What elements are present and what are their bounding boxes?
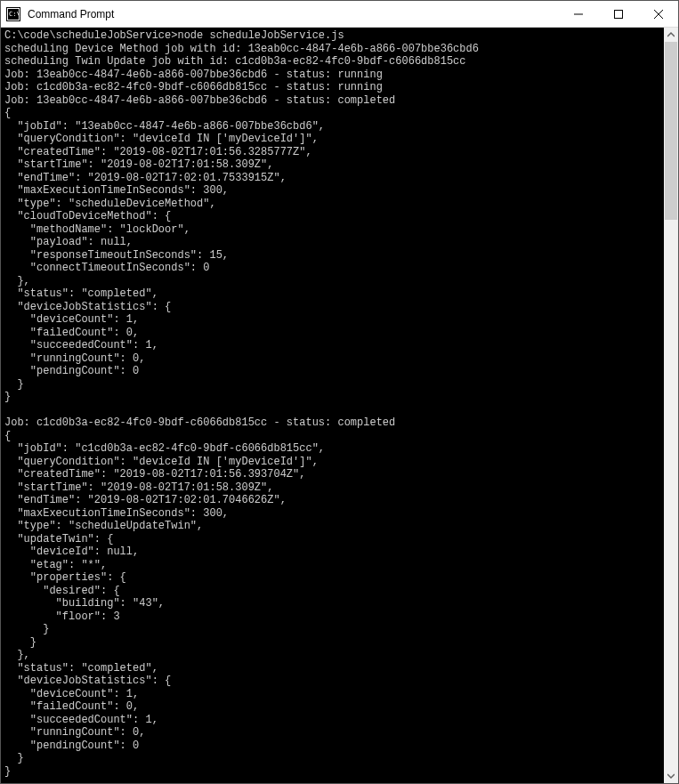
- terminal[interactable]: C:\code\scheduleJobService>node schedule…: [1, 28, 678, 783]
- close-button[interactable]: [638, 1, 678, 27]
- cmd-icon: C:\: [6, 7, 20, 21]
- window-title: Command Prompt: [26, 8, 558, 20]
- chevron-down-icon: [667, 772, 675, 780]
- scrollbar-thumb[interactable]: [665, 42, 677, 220]
- scroll-up-button[interactable]: [664, 28, 678, 42]
- app-icon-wrap: C:\: [1, 7, 26, 21]
- minimize-button[interactable]: [558, 1, 598, 27]
- titlebar[interactable]: C:\ Command Prompt: [1, 1, 678, 28]
- chevron-up-icon: [667, 31, 675, 38]
- scrollbar-track[interactable]: [664, 42, 678, 769]
- scroll-down-button[interactable]: [664, 769, 678, 783]
- maximize-icon: [614, 10, 623, 19]
- svg-rect-5: [614, 10, 622, 18]
- window-controls: [558, 1, 678, 27]
- maximize-button[interactable]: [598, 1, 638, 27]
- terminal-content[interactable]: C:\code\scheduleJobService>node schedule…: [1, 28, 664, 783]
- close-icon: [654, 10, 663, 19]
- scrollbar[interactable]: [664, 28, 678, 783]
- minimize-icon: [574, 10, 583, 19]
- svg-text:C:\: C:\: [9, 11, 20, 18]
